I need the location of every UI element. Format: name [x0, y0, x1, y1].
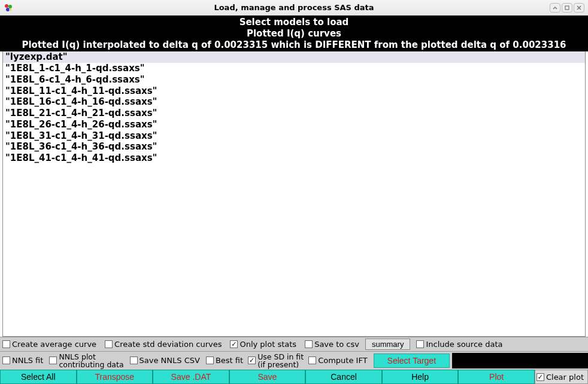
list-item[interactable]: "1E8L_26-c1_4-h_26-qd.ssaxs" [3, 119, 585, 130]
list-item[interactable]: "1E8L_36-c1_4-h_36-qd.ssaxs" [3, 141, 585, 153]
compute-ift-checkbox[interactable]: Compute IFT [308, 356, 367, 365]
checkbox-icon [130, 356, 138, 364]
checkbox-icon [308, 356, 316, 364]
minimize-button[interactable] [550, 3, 560, 13]
header-line1: Select models to load [2, 17, 586, 28]
action-button-row: Select All Transpose Save .DAT Save Canc… [0, 370, 588, 384]
save-dat-button[interactable]: Save .DAT [153, 370, 229, 384]
summary-button[interactable]: summary [365, 339, 410, 350]
list-item[interactable]: "1E8L_31-c1_4-h_31-qd.ssaxs" [3, 130, 585, 142]
best-fit-checkbox[interactable]: Best fit [206, 356, 243, 365]
save-button[interactable]: Save [229, 370, 306, 384]
create-average-checkbox[interactable]: Create average curve [2, 340, 96, 349]
checkbox-icon [305, 340, 313, 348]
header-line2: Plotted I(q) curves [2, 28, 586, 39]
list-item[interactable]: "1E8L_6-c1_4-h_6-qd.ssaxs" [3, 74, 585, 86]
svg-point-3 [9, 8, 11, 11]
list-item[interactable]: "lyzexp.dat" [3, 51, 585, 63]
list-item[interactable]: "1E8L_1-c1_4-h_1-qd.ssaxs" [3, 63, 585, 74]
svg-point-0 [5, 4, 8, 8]
options-row-2: NNLS fit NNLS plotcontributing data Save… [0, 351, 588, 370]
checkbox-icon [105, 340, 113, 348]
svg-point-1 [8, 5, 12, 8]
svg-rect-4 [565, 6, 569, 10]
checkbox-icon [2, 356, 10, 364]
header-line3: Plotted I(q) interpolated to delta q of … [2, 39, 586, 51]
checkbox-icon [248, 356, 256, 364]
clear-plot-checkbox[interactable]: Clear plot [535, 370, 588, 384]
use-sd-checkbox[interactable]: Use SD in fit(if present) [248, 353, 304, 368]
help-button[interactable]: Help [382, 370, 459, 384]
save-nnls-csv-checkbox[interactable]: Save NNLS CSV [130, 356, 200, 365]
cancel-button[interactable]: Cancel [305, 370, 382, 384]
window-title: Load, manage and process SAS data [0, 3, 588, 12]
checkbox-icon [206, 356, 214, 364]
black-spacer [452, 353, 588, 368]
list-item[interactable]: "1E8L_41-c1_4-h_41-qd.ssaxs" [3, 153, 585, 164]
titlebar: Load, manage and process SAS data [0, 0, 588, 16]
create-std-checkbox[interactable]: Create std deviation curves [105, 340, 222, 349]
app-icon [4, 3, 13, 13]
include-source-data-checkbox[interactable]: Include source data [416, 340, 502, 349]
instruction-header: Select models to load Plotted I(q) curve… [0, 16, 588, 51]
list-item[interactable]: "1E8L_16-c1_4-h_16-qd.ssaxs" [3, 96, 585, 108]
plot-button[interactable]: Plot [458, 370, 535, 384]
nnls-plot-contrib-checkbox[interactable]: NNLS plotcontributing data [49, 353, 123, 368]
select-target-button[interactable]: Select Target [374, 353, 450, 368]
maximize-button[interactable] [562, 3, 572, 13]
checkbox-icon [537, 373, 544, 381]
checkbox-icon [416, 340, 424, 348]
checkbox-icon [230, 340, 238, 348]
nnls-fit-checkbox[interactable]: NNLS fit [2, 356, 43, 365]
list-item[interactable]: "1E8L_11-c1_4-h_11-qd.ssaxs" [3, 86, 585, 97]
transpose-button[interactable]: Transpose [77, 370, 153, 384]
list-item[interactable]: "1E8L_21-c1_4-h_21-qd.ssaxs" [3, 108, 585, 119]
file-list[interactable]: "lyzexp.dat""1E8L_1-c1_4-h_1-qd.ssaxs""1… [2, 51, 586, 337]
checkbox-icon [2, 340, 10, 348]
save-to-csv-checkbox[interactable]: Save to csv [305, 340, 359, 349]
only-plot-stats-checkbox[interactable]: Only plot stats [230, 340, 296, 349]
select-all-button[interactable]: Select All [0, 370, 77, 384]
options-row-1: Create average curve Create std deviatio… [0, 337, 588, 351]
close-button[interactable] [574, 3, 584, 13]
checkbox-icon [49, 356, 57, 364]
